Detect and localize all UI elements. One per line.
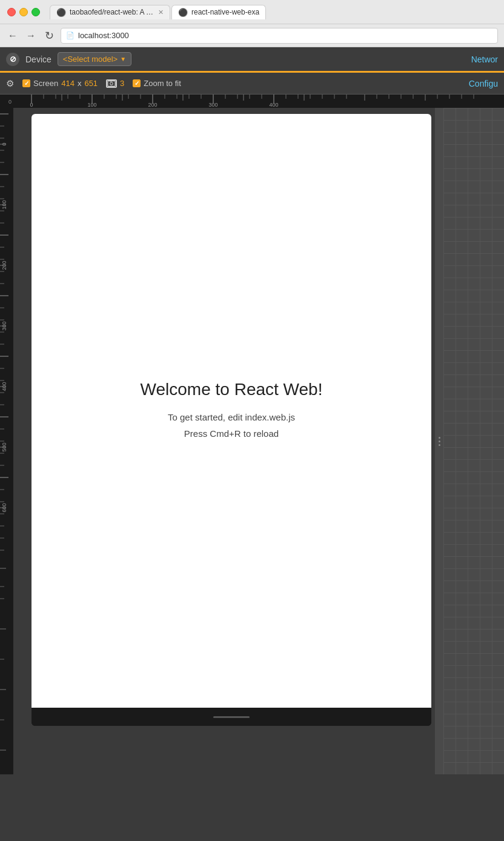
devtools-toolbar-left: ⊘ Device <Select model> ▼ — [6, 52, 465, 66]
browser-tabs: ⚫ taobaofed/react-web: A fra ✕ ⚫ react-n… — [50, 5, 266, 19]
screen-width: 414 — [61, 79, 75, 88]
zoom-to-fit-label: Zoom to fit — [144, 79, 181, 88]
close-button[interactable] — [7, 8, 16, 16]
devtools-toolbar2: ⚙ Screen 414 x 651 3 Zoom to fit Configu — [0, 73, 504, 95]
network-label: Networ — [471, 55, 498, 64]
page-icon: 📄 — [66, 32, 75, 39]
devtools-toolbar: ⊘ Device <Select model> ▼ Networ — [0, 47, 504, 73]
forward-button[interactable]: → — [24, 29, 38, 42]
device-screen: Welcome to React Web! To get started, ed… — [31, 114, 431, 708]
svg-text:300: 300 — [208, 102, 217, 108]
browser-addressbar: ← → ↻ 📄 localhost:3000 — [0, 24, 504, 47]
ruler-row: 0 0 100 200 300 400 — [0, 95, 504, 108]
maximize-button[interactable] — [31, 8, 40, 16]
device-frame: Welcome to React Web! To get started, ed… — [31, 114, 431, 726]
right-panel-handle[interactable] — [435, 108, 443, 774]
canvas-content: Welcome to React Web! To get started, ed… — [13, 108, 435, 774]
svg-rect-0 — [108, 81, 115, 86]
ruler-corner: 0 — [0, 95, 13, 108]
screen-checkbox[interactable] — [22, 79, 30, 87]
model-select[interactable]: <Select model> ▼ — [58, 52, 131, 66]
home-indicator — [213, 716, 250, 718]
model-placeholder: <Select model> — [63, 55, 118, 64]
back-button[interactable]: ← — [6, 29, 19, 42]
screen-control: Screen 414 x 651 — [22, 79, 98, 88]
main-area: 0 0 100 200 300 400 — [0, 95, 504, 774]
ruler-v-svg: 0 100 200 300 400 500 600 — [0, 108, 13, 774]
handle-dot-2 — [439, 440, 440, 442]
traffic-lights — [7, 8, 40, 16]
address-bar[interactable]: 📄 localhost:3000 — [61, 28, 498, 44]
no-entry-icon[interactable]: ⊘ — [6, 53, 19, 66]
address-text: localhost:3000 — [78, 31, 129, 40]
device-label: Device — [25, 55, 51, 64]
ruler-horizontal: 0 100 200 300 400 — [13, 95, 504, 108]
configure-link[interactable]: Configu — [469, 79, 498, 88]
device-screen-content: Welcome to React Web! To get started, ed… — [141, 380, 323, 442]
tab-close-1[interactable]: ✕ — [158, 8, 164, 16]
zoom-control: Zoom to fit — [133, 79, 181, 88]
edit-instruction: To get started, edit index.web.js — [141, 409, 323, 425]
github-icon-2: ⚫ — [178, 8, 188, 17]
zoom-checkbox[interactable] — [133, 79, 141, 87]
handle-dots — [439, 437, 440, 446]
settings-icon[interactable]: ⚙ — [6, 78, 14, 89]
screen-label: Screen — [33, 79, 58, 88]
ruler-h-svg: 0 100 200 300 400 — [13, 95, 504, 108]
reload-instruction: Press Cmd+R to reload — [141, 425, 323, 442]
svg-point-1 — [110, 82, 113, 84]
svg-text:0: 0 — [8, 99, 12, 105]
browser-tab-1[interactable]: ⚫ taobaofed/react-web: A fra ✕ — [50, 5, 170, 19]
svg-text:0: 0 — [30, 102, 33, 108]
device-bottom-bar — [31, 708, 431, 726]
handle-dot-1 — [439, 437, 440, 439]
reload-button[interactable]: ↻ — [42, 29, 56, 42]
handle-dot-3 — [439, 444, 440, 446]
github-icon: ⚫ — [56, 8, 66, 17]
devtools-toolbar-right: Networ — [471, 55, 498, 64]
right-panel — [443, 108, 504, 774]
chevron-down-icon: ▼ — [120, 56, 126, 62]
x-separator: x — [78, 79, 82, 88]
corner-svg: 0 — [0, 95, 13, 108]
ruler-vertical: 0 100 200 300 400 500 600 — [0, 108, 13, 774]
tab-label-2: react-native-web-exa — [191, 8, 259, 16]
svg-text:200: 200 — [148, 102, 157, 108]
screen-height: 651 — [84, 79, 98, 88]
svg-text:400: 400 — [269, 102, 278, 108]
content-row: 0 100 200 300 400 500 600 — [0, 108, 504, 774]
welcome-title: Welcome to React Web! — [141, 380, 323, 399]
zoom-count: 3 — [120, 79, 124, 88]
screenshot-control: 3 — [106, 79, 124, 88]
browser-tab-2[interactable]: ⚫ react-native-web-exa — [171, 5, 266, 19]
minimize-button[interactable] — [19, 8, 28, 16]
svg-rect-2 — [110, 80, 112, 81]
screenshot-icon[interactable] — [106, 79, 117, 88]
browser-titlebar: ⚫ taobaofed/react-web: A fra ✕ ⚫ react-n… — [0, 0, 504, 24]
tab-label-1: taobaofed/react-web: A fra — [70, 8, 154, 16]
svg-text:100: 100 — [87, 102, 96, 108]
